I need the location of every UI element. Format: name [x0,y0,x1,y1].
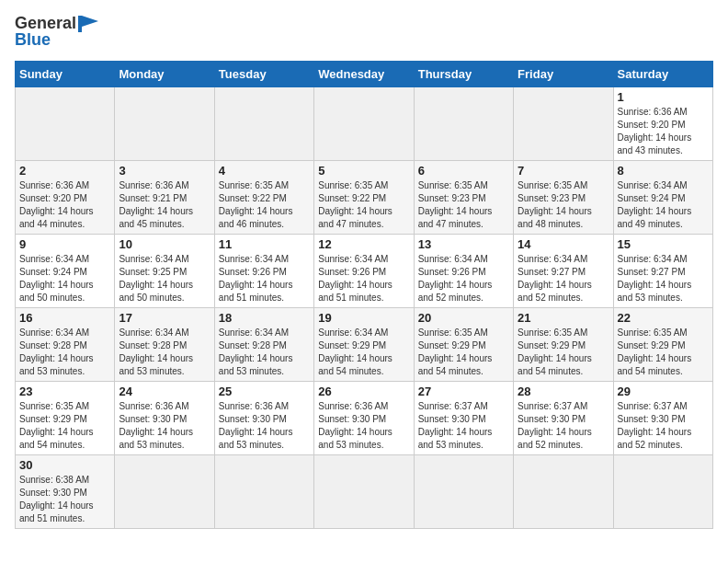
calendar-cell: 1Sunrise: 6:36 AM Sunset: 9:20 PM Daylig… [613,86,712,160]
day-info: Sunrise: 6:34 AM Sunset: 9:28 PM Dayligh… [219,327,310,378]
day-info: Sunrise: 6:36 AM Sunset: 9:20 PM Dayligh… [618,106,709,157]
calendar-cell: 19Sunrise: 6:34 AM Sunset: 9:29 PM Dayli… [314,307,414,381]
day-number: 24 [119,385,210,398]
calendar-week-1: 1Sunrise: 6:36 AM Sunset: 9:20 PM Daylig… [16,86,713,160]
logo-container: General Blue [15,15,98,50]
logo-blue-text: Blue [15,31,51,50]
day-number: 5 [318,164,409,178]
day-info: Sunrise: 6:35 AM Sunset: 9:29 PM Dayligh… [418,327,509,378]
day-info: Sunrise: 6:34 AM Sunset: 9:29 PM Dayligh… [318,327,409,378]
header-day-friday: Friday [514,61,613,86]
calendar-cell: 15Sunrise: 6:34 AM Sunset: 9:27 PM Dayli… [613,234,712,307]
calendar-cell [414,454,513,528]
day-number: 4 [219,164,310,178]
day-number: 16 [19,311,110,325]
calendar-cell: 13Sunrise: 6:34 AM Sunset: 9:26 PM Dayli… [414,234,513,307]
day-number: 6 [418,164,509,178]
day-number: 13 [418,237,509,251]
day-number: 7 [518,164,609,178]
calendar-cell: 30Sunrise: 6:38 AM Sunset: 9:30 PM Dayli… [16,454,115,528]
calendar-cell: 9Sunrise: 6:34 AM Sunset: 9:24 PM Daylig… [16,234,115,307]
calendar-cell: 6Sunrise: 6:35 AM Sunset: 9:23 PM Daylig… [414,160,513,234]
calendar-cell: 3Sunrise: 6:36 AM Sunset: 9:21 PM Daylig… [115,160,214,234]
calendar-week-2: 2Sunrise: 6:36 AM Sunset: 9:20 PM Daylig… [16,160,713,234]
calendar-cell: 22Sunrise: 6:35 AM Sunset: 9:29 PM Dayli… [613,307,712,381]
calendar-cell [115,86,214,160]
day-number: 29 [618,385,709,398]
calendar-cell [214,86,313,160]
header-day-wednesday: Wednesday [314,61,414,86]
day-number: 25 [219,385,310,398]
svg-rect-1 [78,16,82,32]
day-number: 11 [219,237,310,251]
calendar-header: SundayMondayTuesdayWednesdayThursdayFrid… [16,61,713,86]
day-number: 22 [618,311,709,325]
calendar-cell: 26Sunrise: 6:36 AM Sunset: 9:30 PM Dayli… [314,381,414,454]
day-info: Sunrise: 6:34 AM Sunset: 9:26 PM Dayligh… [219,253,310,304]
day-number: 12 [318,237,409,251]
day-number: 10 [119,237,210,251]
calendar-cell [314,86,414,160]
logo-flag-icon [78,16,98,32]
day-info: Sunrise: 6:37 AM Sunset: 9:30 PM Dayligh… [518,400,609,452]
day-info: Sunrise: 6:35 AM Sunset: 9:29 PM Dayligh… [19,400,110,452]
day-info: Sunrise: 6:35 AM Sunset: 9:29 PM Dayligh… [618,327,709,378]
calendar-cell [214,454,313,528]
header-row: SundayMondayTuesdayWednesdayThursdayFrid… [16,61,713,86]
calendar-week-4: 16Sunrise: 6:34 AM Sunset: 9:28 PM Dayli… [16,307,713,381]
day-info: Sunrise: 6:35 AM Sunset: 9:23 PM Dayligh… [518,179,609,231]
day-info: Sunrise: 6:34 AM Sunset: 9:25 PM Dayligh… [119,253,210,304]
day-info: Sunrise: 6:36 AM Sunset: 9:30 PM Dayligh… [119,400,210,452]
day-info: Sunrise: 6:34 AM Sunset: 9:28 PM Dayligh… [19,327,110,378]
day-info: Sunrise: 6:36 AM Sunset: 9:20 PM Dayligh… [19,179,110,231]
day-info: Sunrise: 6:34 AM Sunset: 9:27 PM Dayligh… [618,253,709,304]
day-number: 20 [418,311,509,325]
day-info: Sunrise: 6:36 AM Sunset: 9:30 PM Dayligh… [318,400,409,452]
day-number: 26 [318,385,409,398]
calendar-cell: 21Sunrise: 6:35 AM Sunset: 9:29 PM Dayli… [514,307,613,381]
calendar-cell [16,86,115,160]
calendar-body: 1Sunrise: 6:36 AM Sunset: 9:20 PM Daylig… [16,86,713,528]
day-number: 2 [19,164,110,178]
day-number: 28 [518,385,609,398]
day-info: Sunrise: 6:34 AM Sunset: 9:24 PM Dayligh… [19,253,110,304]
header-day-tuesday: Tuesday [214,61,313,86]
day-info: Sunrise: 6:34 AM Sunset: 9:27 PM Dayligh… [518,253,609,304]
header: General Blue [15,15,713,50]
day-number: 27 [418,385,509,398]
calendar-cell: 4Sunrise: 6:35 AM Sunset: 9:22 PM Daylig… [214,160,313,234]
calendar-cell [514,86,613,160]
day-info: Sunrise: 6:35 AM Sunset: 9:22 PM Dayligh… [219,179,310,231]
calendar-cell: 27Sunrise: 6:37 AM Sunset: 9:30 PM Dayli… [414,381,513,454]
calendar-cell: 11Sunrise: 6:34 AM Sunset: 9:26 PM Dayli… [214,234,313,307]
day-number: 21 [518,311,609,325]
calendar-cell [514,454,613,528]
calendar-cell: 17Sunrise: 6:34 AM Sunset: 9:28 PM Dayli… [115,307,214,381]
calendar-cell: 8Sunrise: 6:34 AM Sunset: 9:24 PM Daylig… [613,160,712,234]
calendar-cell: 16Sunrise: 6:34 AM Sunset: 9:28 PM Dayli… [16,307,115,381]
calendar-cell: 29Sunrise: 6:37 AM Sunset: 9:30 PM Dayli… [613,381,712,454]
svg-marker-0 [82,16,98,27]
day-number: 8 [618,164,709,178]
calendar-cell: 12Sunrise: 6:34 AM Sunset: 9:26 PM Dayli… [314,234,414,307]
calendar-cell [414,86,513,160]
header-day-thursday: Thursday [414,61,513,86]
day-number: 1 [618,90,709,104]
calendar-cell [613,454,712,528]
calendar-cell: 2Sunrise: 6:36 AM Sunset: 9:20 PM Daylig… [16,160,115,234]
day-info: Sunrise: 6:35 AM Sunset: 9:29 PM Dayligh… [518,327,609,378]
calendar-cell: 25Sunrise: 6:36 AM Sunset: 9:30 PM Dayli… [214,381,313,454]
day-info: Sunrise: 6:34 AM Sunset: 9:26 PM Dayligh… [418,253,509,304]
day-info: Sunrise: 6:38 AM Sunset: 9:30 PM Dayligh… [19,474,110,525]
day-number: 17 [119,311,210,325]
day-number: 19 [318,311,409,325]
day-info: Sunrise: 6:35 AM Sunset: 9:22 PM Dayligh… [318,179,409,231]
day-number: 15 [618,237,709,251]
calendar-week-5: 23Sunrise: 6:35 AM Sunset: 9:29 PM Dayli… [16,381,713,454]
day-info: Sunrise: 6:36 AM Sunset: 9:21 PM Dayligh… [119,179,210,231]
calendar-cell: 10Sunrise: 6:34 AM Sunset: 9:25 PM Dayli… [115,234,214,307]
calendar-table: SundayMondayTuesdayWednesdayThursdayFrid… [15,61,713,529]
day-info: Sunrise: 6:37 AM Sunset: 9:30 PM Dayligh… [618,400,709,452]
day-info: Sunrise: 6:34 AM Sunset: 9:26 PM Dayligh… [318,253,409,304]
day-number: 14 [518,237,609,251]
